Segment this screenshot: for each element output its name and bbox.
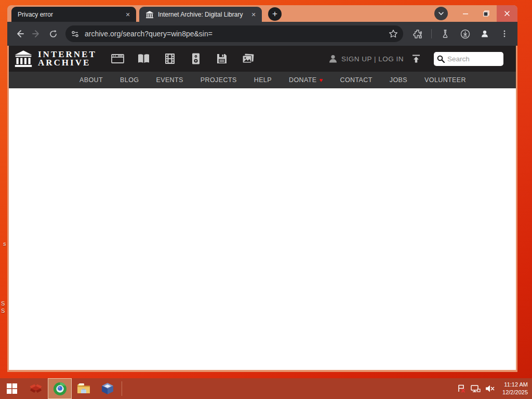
upload-icon[interactable]: [411, 54, 421, 64]
forward-arrow-icon: [32, 29, 41, 38]
logo-line-2: ARCHIVE: [38, 59, 97, 67]
flask-icon: [441, 29, 450, 38]
nav-donate[interactable]: DONATE♥: [289, 76, 323, 84]
tab-search-button[interactable]: [434, 7, 448, 20]
browser-window: Privacy error ✕ Internet Archive: Digita…: [7, 5, 517, 372]
video-icon[interactable]: [161, 50, 179, 68]
nav-label: BLOG: [120, 76, 139, 84]
network-status-icon[interactable]: [470, 384, 481, 393]
kebab-menu-icon: [500, 30, 509, 38]
taskbar-clock[interactable]: 11:12 AM 12/2/2025: [499, 381, 528, 396]
windows-taskbar: 11:12 AM 12/2/2025: [0, 378, 532, 399]
reload-icon: [49, 30, 58, 38]
nav-label: DONATE: [289, 76, 317, 84]
labs-button[interactable]: [437, 25, 454, 42]
forward-button[interactable]: [28, 25, 45, 42]
audio-icon[interactable]: [187, 50, 205, 68]
taskbar-browser-button[interactable]: [48, 378, 72, 399]
virtualbox-icon: [101, 382, 114, 395]
nav-label: HELP: [254, 76, 272, 84]
extensions-puzzle-icon: [413, 29, 422, 38]
internet-archive-header: INTERNET ARCHIVE: [9, 46, 516, 72]
nav-label: PROJECTS: [201, 76, 237, 84]
nav-label: CONTACT: [340, 76, 372, 84]
close-tab-icon[interactable]: ✕: [249, 10, 258, 19]
nav-label: JOBS: [390, 76, 407, 84]
tab-title: Privacy error: [18, 11, 121, 18]
action-center-flag-icon[interactable]: [457, 384, 466, 393]
url-text[interactable]: archive.org/search?query=win8pe&sin=: [85, 30, 389, 38]
nav-label: VOLUNTEER: [424, 76, 466, 84]
minimize-icon: [462, 10, 469, 17]
desktop-icon-label-fragment: S: [1, 300, 5, 307]
browser-toolbar: archive.org/search?query=win8pe&sin=: [7, 22, 517, 46]
red-box-app-icon: [29, 382, 43, 395]
extensions-button[interactable]: [409, 25, 426, 42]
windows-logo-icon: [6, 383, 18, 394]
bookmark-star-icon[interactable]: [389, 29, 398, 38]
close-window-button[interactable]: [497, 5, 517, 22]
nav-about[interactable]: ABOUT: [79, 76, 103, 84]
tab-privacy-error[interactable]: Privacy error ✕: [11, 7, 136, 22]
restore-icon: [483, 10, 489, 17]
nav-blog[interactable]: BLOG: [120, 76, 139, 84]
logo-wordmark: INTERNET ARCHIVE: [38, 50, 97, 67]
web-icon[interactable]: [109, 50, 127, 68]
maximize-restore-button[interactable]: [476, 5, 497, 22]
browser-app-icon: [53, 382, 67, 396]
nav-jobs[interactable]: JOBS: [390, 76, 407, 84]
person-icon: [328, 54, 338, 64]
close-tab-icon[interactable]: ✕: [124, 10, 132, 19]
toolbar-divider: [431, 29, 432, 38]
site-search-box[interactable]: [434, 52, 503, 66]
clock-time: 11:12 AM: [502, 381, 528, 389]
search-icon: [437, 55, 445, 63]
page-body-empty: [9, 88, 516, 370]
window-caption-controls: [434, 5, 517, 22]
tab-strip: Privacy error ✕ Internet Archive: Digita…: [7, 5, 517, 22]
tab-title: Internet Archive: Digital Library: [158, 11, 246, 18]
internet-archive-logo[interactable]: INTERNET ARCHIVE: [14, 49, 97, 68]
signup-login-link[interactable]: SIGN UP | LOG IN: [341, 55, 404, 63]
volume-muted-icon[interactable]: [485, 384, 495, 393]
site-settings-icon[interactable]: [71, 30, 79, 38]
nav-label: ABOUT: [79, 76, 103, 84]
new-tab-button[interactable]: +: [268, 7, 282, 21]
texts-icon[interactable]: [135, 50, 153, 68]
software-icon[interactable]: [213, 50, 231, 68]
download-icon: [460, 29, 470, 39]
web-page-content: INTERNET ARCHIVE: [9, 46, 516, 370]
nav-help[interactable]: HELP: [254, 76, 272, 84]
chevron-down-icon: [438, 10, 444, 17]
taskbar-virtualbox-button[interactable]: [96, 378, 119, 399]
minimize-button[interactable]: [455, 5, 476, 22]
search-input[interactable]: [447, 55, 499, 63]
heart-icon: ♥: [320, 77, 323, 83]
desktop-icon-label-fragment: s: [3, 241, 6, 247]
taskbar-app-red-box[interactable]: [24, 378, 48, 399]
nav-volunteer[interactable]: VOLUNTEER: [424, 76, 466, 84]
temple-logo-icon: [14, 49, 33, 68]
images-icon[interactable]: [239, 50, 257, 68]
taskbar-divider: [122, 381, 122, 396]
downloads-button[interactable]: [457, 25, 473, 42]
browser-menu-button[interactable]: [496, 25, 513, 42]
header-account-area: SIGN UP | LOG IN: [328, 52, 511, 66]
profile-button[interactable]: [476, 25, 493, 42]
nav-events[interactable]: EVENTS: [156, 76, 183, 84]
address-bar[interactable]: archive.org/search?query=win8pe&sin=: [65, 25, 403, 42]
internet-archive-favicon: [145, 10, 154, 19]
system-tray: 11:12 AM 12/2/2025: [457, 381, 532, 396]
nav-projects[interactable]: PROJECTS: [201, 76, 237, 84]
nav-contact[interactable]: CONTACT: [340, 76, 372, 84]
toolbar-actions: [409, 25, 513, 42]
clock-date: 12/2/2025: [502, 389, 528, 396]
profile-avatar-icon: [480, 29, 489, 38]
back-button[interactable]: [11, 25, 28, 42]
tab-internet-archive[interactable]: Internet Archive: Digital Library ✕: [139, 7, 262, 22]
taskbar-file-explorer-button[interactable]: [72, 378, 96, 399]
start-button[interactable]: [0, 378, 24, 399]
reload-button[interactable]: [45, 25, 61, 42]
media-type-buttons: [109, 50, 257, 68]
internet-archive-navbar: ABOUT BLOG EVENTS PROJECTS HELP DONATE♥ …: [9, 72, 516, 88]
